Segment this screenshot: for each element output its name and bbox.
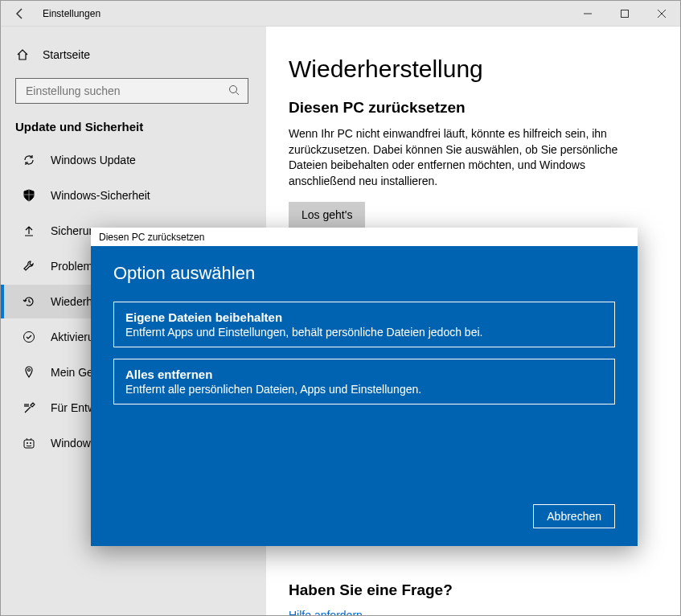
- sync-icon: [22, 153, 36, 167]
- sidebar-item-label: Windows-Sicherheit: [51, 189, 150, 202]
- option-keep-files[interactable]: Eigene Dateien beibehalten Entfernt Apps…: [113, 302, 615, 347]
- svg-rect-7: [24, 440, 34, 448]
- upload-icon: [22, 224, 36, 238]
- option-title: Alles entfernen: [125, 368, 603, 381]
- option-desc: Entfernt Apps und Einstellungen, behält …: [125, 326, 603, 339]
- svg-point-6: [24, 332, 35, 343]
- reset-dialog: Diesen PC zurücksetzen Option auswählen …: [91, 228, 638, 546]
- option-remove-everything[interactable]: Alles entfernen Entfernt alle persönlich…: [113, 359, 615, 405]
- svg-rect-1: [622, 10, 629, 18]
- svg-line-5: [236, 92, 240, 95]
- search-box[interactable]: [15, 78, 248, 104]
- cancel-button[interactable]: Abbrechen: [533, 504, 615, 528]
- settings-window: Einstellungen Startseite: [0, 0, 681, 616]
- search-icon: [228, 84, 240, 98]
- page-title: Wiederherstellung: [289, 55, 658, 83]
- home-icon: [15, 47, 30, 62]
- dialog-heading: Option auswählen: [113, 263, 615, 284]
- sidebar-item-label: Windows Update: [51, 154, 136, 166]
- home-label: Startseite: [43, 48, 90, 61]
- history-icon: [22, 294, 36, 309]
- option-desc: Entfernt alle persönlichen Dateien, Apps…: [125, 383, 603, 396]
- pin-icon: [22, 365, 36, 380]
- back-button[interactable]: [1, 1, 39, 27]
- sidebar-item-windows-update[interactable]: Windows Update: [1, 143, 266, 177]
- svg-point-9: [30, 442, 31, 444]
- window-title: Einstellungen: [43, 8, 101, 19]
- insider-icon: [22, 436, 36, 450]
- option-title: Eigene Dateien beibehalten: [125, 310, 603, 324]
- tools-icon: [22, 400, 36, 415]
- window-controls: [569, 1, 680, 27]
- section-label: Update und Sicherheit: [1, 117, 266, 142]
- wrench-icon: [22, 259, 36, 273]
- check-circle-icon: [22, 330, 36, 344]
- svg-point-4: [230, 85, 237, 92]
- close-button[interactable]: [643, 1, 680, 27]
- question-heading: Haben Sie eine Frage?: [289, 581, 658, 599]
- reset-description: Wenn Ihr PC nicht einwandfrei läuft, kön…: [289, 126, 642, 189]
- home-link[interactable]: Startseite: [1, 39, 266, 70]
- shield-icon: [22, 188, 36, 203]
- svg-point-8: [27, 442, 28, 444]
- sidebar-item-windows-security[interactable]: Windows-Sicherheit: [1, 179, 266, 212]
- dialog-title: Diesen PC zurücksetzen: [91, 228, 638, 247]
- titlebar: Einstellungen: [1, 1, 680, 27]
- reset-start-button[interactable]: Los geht's: [289, 202, 365, 228]
- reset-heading: Diesen PC zurücksetzen: [289, 99, 658, 117]
- help-link[interactable]: Hilfe anfordern: [289, 609, 658, 615]
- search-input[interactable]: [24, 84, 228, 98]
- minimize-button[interactable]: [569, 1, 606, 27]
- maximize-button[interactable]: [606, 1, 643, 27]
